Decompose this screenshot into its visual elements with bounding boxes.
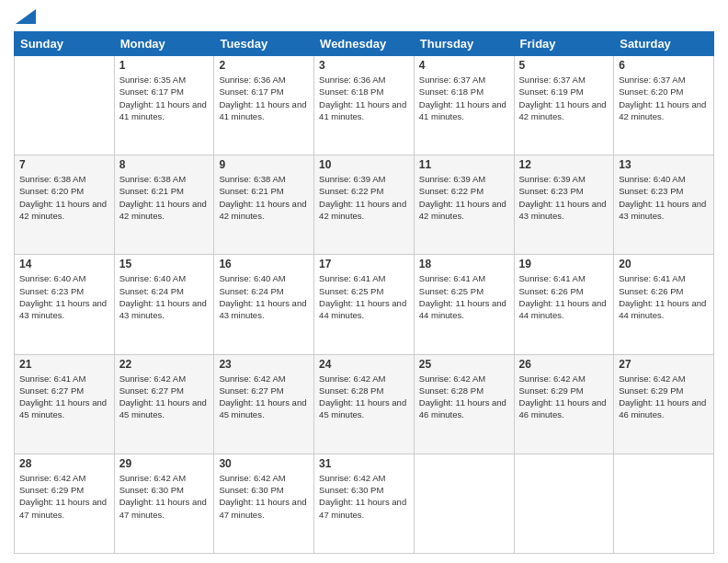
- calendar-cell: 7Sunrise: 6:38 AMSunset: 6:20 PMDaylight…: [15, 155, 115, 255]
- calendar-day-header: Tuesday: [214, 32, 314, 56]
- calendar-header-row: SundayMondayTuesdayWednesdayThursdayFrid…: [15, 32, 714, 56]
- calendar-cell: 2Sunrise: 6:36 AMSunset: 6:17 PMDaylight…: [214, 56, 314, 155]
- calendar-cell: 24Sunrise: 6:42 AMSunset: 6:28 PMDayligh…: [314, 354, 415, 454]
- calendar-cell: 25Sunrise: 6:42 AMSunset: 6:28 PMDayligh…: [414, 354, 514, 454]
- day-number: 14: [19, 258, 109, 270]
- day-info: Sunrise: 6:42 AMSunset: 6:27 PMDaylight:…: [119, 373, 210, 421]
- day-number: 25: [419, 358, 509, 371]
- day-number: 3: [319, 59, 409, 72]
- day-info: Sunrise: 6:38 AMSunset: 6:21 PMDaylight:…: [119, 173, 210, 222]
- day-info: Sunrise: 6:39 AMSunset: 6:22 PMDaylight:…: [319, 173, 409, 222]
- calendar-day-header: Monday: [114, 32, 214, 56]
- calendar-cell: [15, 56, 115, 155]
- day-number: 22: [119, 358, 210, 371]
- day-info: Sunrise: 6:42 AMSunset: 6:29 PMDaylight:…: [19, 472, 109, 521]
- day-number: 17: [319, 258, 409, 270]
- calendar-day-header: Friday: [514, 32, 614, 56]
- calendar-week-row: 21Sunrise: 6:41 AMSunset: 6:27 PMDayligh…: [15, 354, 714, 454]
- day-info: Sunrise: 6:41 AMSunset: 6:26 PMDaylight:…: [519, 272, 609, 321]
- day-number: 1: [119, 59, 210, 72]
- day-number: 18: [419, 258, 509, 270]
- header: [14, 9, 714, 24]
- calendar-day-header: Sunday: [15, 32, 115, 56]
- calendar-cell: 16Sunrise: 6:40 AMSunset: 6:24 PMDayligh…: [214, 255, 314, 354]
- day-info: Sunrise: 6:39 AMSunset: 6:22 PMDaylight:…: [419, 173, 509, 222]
- day-number: 12: [519, 158, 609, 171]
- calendar-cell: 29Sunrise: 6:42 AMSunset: 6:30 PMDayligh…: [114, 454, 214, 553]
- day-info: Sunrise: 6:40 AMSunset: 6:24 PMDaylight:…: [119, 272, 210, 321]
- calendar-cell: 12Sunrise: 6:39 AMSunset: 6:23 PMDayligh…: [514, 155, 614, 255]
- day-number: 2: [219, 59, 309, 72]
- day-number: 16: [219, 258, 309, 270]
- calendar-week-row: 1Sunrise: 6:35 AMSunset: 6:17 PMDaylight…: [15, 56, 714, 155]
- day-number: 5: [519, 59, 609, 72]
- logo-text: [14, 9, 36, 24]
- day-info: Sunrise: 6:35 AMSunset: 6:17 PMDaylight:…: [119, 74, 210, 122]
- day-number: 29: [119, 457, 210, 470]
- day-info: Sunrise: 6:40 AMSunset: 6:23 PMDaylight:…: [19, 272, 109, 321]
- day-number: 10: [319, 158, 409, 171]
- day-info: Sunrise: 6:37 AMSunset: 6:18 PMDaylight:…: [419, 74, 509, 122]
- day-number: 31: [319, 457, 409, 470]
- calendar-week-row: 28Sunrise: 6:42 AMSunset: 6:29 PMDayligh…: [15, 454, 714, 553]
- day-number: 8: [119, 158, 210, 171]
- calendar-cell: 27Sunrise: 6:42 AMSunset: 6:29 PMDayligh…: [614, 354, 714, 454]
- calendar-cell: 1Sunrise: 6:35 AMSunset: 6:17 PMDaylight…: [114, 56, 214, 155]
- day-number: 27: [619, 358, 709, 371]
- calendar-cell: [514, 454, 614, 553]
- day-info: Sunrise: 6:39 AMSunset: 6:23 PMDaylight:…: [519, 173, 609, 222]
- day-number: 19: [519, 258, 609, 270]
- calendar-cell: 13Sunrise: 6:40 AMSunset: 6:23 PMDayligh…: [614, 155, 714, 255]
- day-number: 30: [219, 457, 309, 470]
- day-info: Sunrise: 6:38 AMSunset: 6:21 PMDaylight:…: [219, 173, 309, 222]
- calendar-cell: 23Sunrise: 6:42 AMSunset: 6:27 PMDayligh…: [214, 354, 314, 454]
- page: SundayMondayTuesdayWednesdayThursdayFrid…: [0, 0, 728, 563]
- day-number: 11: [419, 158, 509, 171]
- calendar-cell: 15Sunrise: 6:40 AMSunset: 6:24 PMDayligh…: [114, 255, 214, 354]
- calendar-cell: 3Sunrise: 6:36 AMSunset: 6:18 PMDaylight…: [314, 56, 415, 155]
- day-number: 4: [419, 59, 509, 72]
- calendar-cell: [614, 454, 714, 553]
- day-info: Sunrise: 6:42 AMSunset: 6:28 PMDaylight:…: [319, 373, 409, 421]
- day-number: 6: [619, 59, 709, 72]
- calendar-table: SundayMondayTuesdayWednesdayThursdayFrid…: [14, 31, 714, 554]
- day-info: Sunrise: 6:40 AMSunset: 6:23 PMDaylight:…: [619, 173, 709, 222]
- calendar-day-header: Saturday: [614, 32, 714, 56]
- calendar-cell: 31Sunrise: 6:42 AMSunset: 6:30 PMDayligh…: [314, 454, 415, 553]
- calendar-cell: 5Sunrise: 6:37 AMSunset: 6:19 PMDaylight…: [514, 56, 614, 155]
- day-info: Sunrise: 6:37 AMSunset: 6:19 PMDaylight:…: [519, 74, 609, 122]
- calendar-day-header: Wednesday: [314, 32, 415, 56]
- logo: [14, 9, 36, 24]
- day-number: 15: [119, 258, 210, 270]
- calendar-cell: 6Sunrise: 6:37 AMSunset: 6:20 PMDaylight…: [614, 56, 714, 155]
- calendar-week-row: 14Sunrise: 6:40 AMSunset: 6:23 PMDayligh…: [15, 255, 714, 354]
- calendar-cell: 17Sunrise: 6:41 AMSunset: 6:25 PMDayligh…: [314, 255, 415, 354]
- calendar-cell: 4Sunrise: 6:37 AMSunset: 6:18 PMDaylight…: [414, 56, 514, 155]
- day-number: 24: [319, 358, 409, 371]
- logo-icon: [16, 9, 36, 24]
- day-number: 13: [619, 158, 709, 171]
- calendar-cell: 30Sunrise: 6:42 AMSunset: 6:30 PMDayligh…: [214, 454, 314, 553]
- day-info: Sunrise: 6:36 AMSunset: 6:18 PMDaylight:…: [319, 74, 409, 122]
- calendar-cell: 22Sunrise: 6:42 AMSunset: 6:27 PMDayligh…: [114, 354, 214, 454]
- day-number: 21: [19, 358, 109, 371]
- calendar-cell: [414, 454, 514, 553]
- calendar-cell: 11Sunrise: 6:39 AMSunset: 6:22 PMDayligh…: [414, 155, 514, 255]
- day-number: 9: [219, 158, 309, 171]
- day-info: Sunrise: 6:42 AMSunset: 6:29 PMDaylight:…: [519, 373, 609, 421]
- day-info: Sunrise: 6:38 AMSunset: 6:20 PMDaylight:…: [19, 173, 109, 222]
- day-number: 28: [19, 457, 109, 470]
- day-info: Sunrise: 6:42 AMSunset: 6:30 PMDaylight:…: [219, 472, 309, 521]
- day-info: Sunrise: 6:36 AMSunset: 6:17 PMDaylight:…: [219, 74, 309, 122]
- calendar-week-row: 7Sunrise: 6:38 AMSunset: 6:20 PMDaylight…: [15, 155, 714, 255]
- calendar-cell: 19Sunrise: 6:41 AMSunset: 6:26 PMDayligh…: [514, 255, 614, 354]
- day-info: Sunrise: 6:42 AMSunset: 6:30 PMDaylight:…: [119, 472, 210, 521]
- day-info: Sunrise: 6:41 AMSunset: 6:25 PMDaylight:…: [419, 272, 509, 321]
- day-number: 7: [19, 158, 109, 171]
- calendar-day-header: Thursday: [414, 32, 514, 56]
- day-info: Sunrise: 6:40 AMSunset: 6:24 PMDaylight:…: [219, 272, 309, 321]
- calendar-cell: 21Sunrise: 6:41 AMSunset: 6:27 PMDayligh…: [15, 354, 115, 454]
- day-info: Sunrise: 6:42 AMSunset: 6:28 PMDaylight:…: [419, 373, 509, 421]
- calendar-cell: 14Sunrise: 6:40 AMSunset: 6:23 PMDayligh…: [15, 255, 115, 354]
- day-info: Sunrise: 6:41 AMSunset: 6:26 PMDaylight:…: [619, 272, 709, 321]
